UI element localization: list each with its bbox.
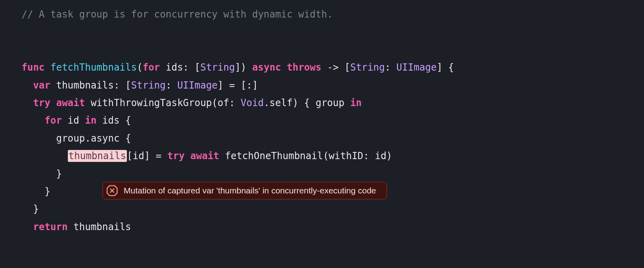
error-banner[interactable]: Mutation of captured var 'thumbnails' in… (103, 182, 387, 199)
code-line-comment: // A task group is for concurrency with … (22, 6, 622, 23)
comment-text: // A task group is for concurrency with … (22, 9, 333, 20)
code-line-brace: } (22, 200, 622, 218)
code-line-try-await: try await withThrowingTaskGroup(of: Void… (22, 94, 622, 112)
error-message-text: Mutation of captured var 'thumbnails' in… (124, 185, 376, 196)
code-line-var: var thumbnails: [String: UIImage] = [:] (22, 77, 622, 94)
code-line-brace: } (22, 165, 622, 183)
code-line-for: for id in ids { (22, 112, 622, 129)
blank-line (22, 23, 622, 41)
code-line-return: return thumbnails (22, 218, 622, 236)
code-line-mutation: thumbnails[id] = try await fetchOneThumb… (22, 147, 622, 165)
code-editor[interactable]: // A task group is for concurrency with … (22, 6, 622, 236)
error-highlight: thumbnails (68, 150, 127, 162)
code-line-signature: func fetchThumbnails(for ids: [String]) … (22, 59, 622, 76)
code-line-group-async: group.async { (22, 130, 622, 147)
error-stop-icon (106, 185, 118, 197)
blank-line (22, 41, 622, 59)
